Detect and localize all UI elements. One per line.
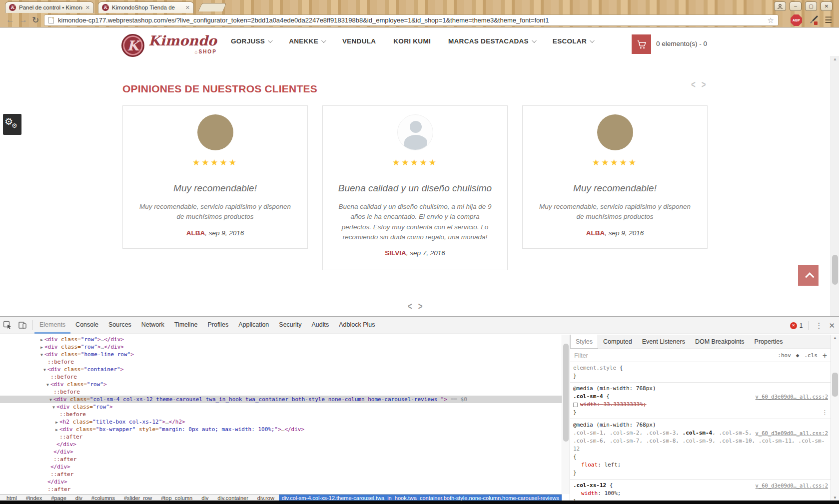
tree-line[interactable]: ::after — [0, 456, 562, 463]
tree-line[interactable]: ▼<div class="container"> — [0, 366, 562, 373]
close-button[interactable]: ✕ — [821, 1, 833, 11]
devtools-tab-security[interactable]: Security — [274, 317, 306, 334]
toggle-classes-button[interactable]: .cls — [804, 352, 818, 359]
tree-line[interactable]: </div> — [0, 463, 562, 471]
tree-line[interactable]: ▶<div class="bx-wrapper" style="margin: … — [0, 426, 562, 433]
devtools-tab-sources[interactable]: Sources — [103, 317, 136, 334]
tree-line[interactable]: ▶<div class="row">…</div> — [0, 336, 562, 343]
bookmark-star-icon[interactable]: ☆ — [768, 16, 774, 25]
css-rule[interactable]: @media (min-width: 768px)v_60_d3e09d0…_a… — [570, 419, 831, 480]
css-rule[interactable]: @media (min-width: 768px)v_60_d3e09d0…_a… — [570, 383, 831, 419]
styles-pane-tab-properties[interactable]: Properties — [750, 335, 788, 349]
scrollbar-up-icon[interactable]: ▲ — [833, 336, 837, 340]
inspect-element-button[interactable] — [0, 317, 15, 334]
carousel-next-icon[interactable]: > — [702, 78, 706, 89]
tree-line-selected[interactable]: ▼<div class="col-sm-4 col-xs-12 theme-ca… — [0, 396, 562, 403]
scrollbar-thumb[interactable] — [563, 344, 569, 442]
devtools-tab-application[interactable]: Application — [233, 317, 274, 334]
tree-line[interactable]: ::after — [0, 433, 562, 441]
stylesheet-source-link[interactable]: v_60_d3e09d0…_all.css:2 — [756, 482, 828, 490]
styles-pane-tab-styles[interactable]: Styles — [570, 335, 598, 349]
expand-arrow-icon[interactable]: ▼ — [45, 381, 50, 389]
devtools-menu-icon[interactable]: ⋮ — [815, 321, 823, 330]
new-tab-button[interactable] — [198, 3, 227, 11]
stylesheet-source-link[interactable]: v_60_d3e09d0…_all.css:2 — [756, 429, 828, 437]
scrollbar-thumb[interactable] — [832, 255, 838, 285]
toggle-hover-state-button[interactable]: :hov — [778, 352, 791, 359]
tree-line[interactable]: ::after — [0, 486, 562, 493]
shop-logo[interactable]: K Kimondo ⌂SHOP — [121, 34, 217, 57]
error-count-badge[interactable]: ✕ 1 — [790, 322, 803, 329]
devtools-tab-timeline[interactable]: Timeline — [169, 317, 203, 334]
devtools-close-icon[interactable]: ✕ — [829, 321, 835, 330]
css-rule[interactable]: v_60_d3e09d0…_all.css:2.col-xs-12 {width… — [570, 480, 831, 501]
devtools-tab-network[interactable]: Network — [136, 317, 169, 334]
tab-close-icon[interactable]: ✕ — [185, 4, 190, 11]
styles-scrollbar[interactable]: ▲ ▼ — [831, 335, 839, 501]
scroll-to-top-button[interactable] — [798, 265, 819, 286]
elements-scrollbar[interactable] — [562, 335, 570, 494]
devtools-tab-elements[interactable]: Elements — [34, 317, 70, 334]
nav-item-gorjuss[interactable]: GORJUSS — [231, 37, 271, 45]
forward-button[interactable]: → — [19, 15, 27, 25]
carousel-prev-icon[interactable]: < — [691, 78, 696, 89]
adblock-extension-icon[interactable]: ABP — [791, 14, 802, 26]
stylesheet-source-link[interactable]: v_60_d3e09d0…_all.css:2 — [756, 393, 828, 401]
carousel-prev-icon[interactable]: < — [408, 300, 412, 311]
tree-line[interactable]: ::before — [0, 411, 562, 418]
browser-tab-1[interactable]: K Panel de control • Kimond ✕ — [5, 1, 94, 13]
scrollbar-thumb[interactable] — [832, 373, 838, 397]
css-rule[interactable]: element.style {} — [570, 362, 831, 383]
styles-pane-tab-dom-breakpoints[interactable]: DOM Breakpoints — [690, 335, 750, 349]
tree-line[interactable]: ▶<h2 class="title-box col-xs-12">…</h2> — [0, 418, 562, 426]
device-toolbar-button[interactable] — [15, 317, 30, 334]
address-bar[interactable]: ☆ — [44, 14, 779, 26]
new-style-rule-icon[interactable]: + — [823, 351, 827, 360]
tree-line[interactable]: </div> — [0, 478, 562, 486]
tab-close-icon[interactable]: ✕ — [85, 4, 90, 11]
tree-line[interactable]: </div> — [0, 441, 562, 448]
devtools-tab-profiles[interactable]: Profiles — [202, 317, 233, 334]
url-input[interactable] — [58, 16, 764, 24]
nav-item-kori-kumi[interactable]: KORI KUMI — [393, 37, 431, 45]
browser-menu-icon[interactable]: ☰ — [825, 15, 832, 25]
tree-line[interactable]: ::before — [0, 373, 562, 381]
element-state-diamond-icon[interactable]: ◆ — [796, 352, 800, 359]
colorpicker-extension-icon[interactable] — [808, 14, 820, 28]
reload-button[interactable]: ↻ — [32, 15, 39, 25]
expand-arrow-icon[interactable]: ▶ — [39, 344, 44, 351]
tree-line[interactable]: ▶<div class="row">…</div> — [0, 343, 562, 351]
expand-arrow-icon[interactable]: ▼ — [48, 396, 53, 404]
page-scrollbar[interactable]: ▲ — [831, 56, 839, 316]
expand-arrow-icon[interactable]: ▼ — [51, 404, 56, 411]
cart-summary[interactable]: 0 elemento(s) - 0 — [656, 40, 707, 47]
expand-arrow-icon[interactable]: ▶ — [39, 336, 44, 344]
expand-arrow-icon[interactable]: ▶ — [54, 426, 59, 434]
back-button[interactable]: ← — [6, 15, 14, 25]
styles-filter-input[interactable] — [574, 352, 774, 359]
scrollbar-down-icon[interactable]: ▼ — [833, 496, 837, 500]
tree-line[interactable]: ▼<div class="row"> — [0, 381, 562, 388]
styles-pane-tab-event-listeners[interactable]: Event Listeners — [637, 335, 690, 349]
tree-line[interactable]: ::after — [0, 471, 562, 478]
browser-tab-2[interactable]: K KimondoShop Tienda de ✕ — [98, 1, 194, 13]
tree-line[interactable]: ▼<div class="home-line row"> — [0, 351, 562, 358]
devtools-tab-adblock-plus[interactable]: Adblock Plus — [334, 317, 380, 334]
scrollbar-up-icon[interactable]: ▲ — [833, 57, 837, 61]
devtools-tab-audits[interactable]: Audits — [306, 317, 334, 334]
nav-item-escolar[interactable]: ESCOLAR — [553, 37, 593, 45]
expand-arrow-icon[interactable]: ▼ — [42, 366, 47, 374]
tree-line[interactable]: ▼<div class="row"> — [0, 403, 562, 411]
maximize-button[interactable]: ▢ — [805, 1, 817, 11]
live-configurator-toggle[interactable]: ⚙ ⚙ — [3, 114, 21, 135]
nav-item-marcas-destacadas[interactable]: MARCAS DESTACADAS — [448, 37, 535, 45]
styles-pane-tab-computed[interactable]: Computed — [598, 335, 637, 349]
minimize-button[interactable]: – — [790, 1, 802, 11]
rule-menu-dots-icon[interactable]: ⋮ — [822, 409, 828, 417]
expand-arrow-icon[interactable]: ▼ — [39, 351, 44, 359]
carousel-next-icon[interactable]: > — [418, 300, 423, 311]
nav-item-anekke[interactable]: ANEKKE — [289, 37, 325, 45]
declaration-checkbox[interactable] — [573, 403, 578, 407]
devtools-tab-console[interactable]: Console — [70, 317, 103, 334]
tree-line[interactable]: ::before — [0, 358, 562, 366]
